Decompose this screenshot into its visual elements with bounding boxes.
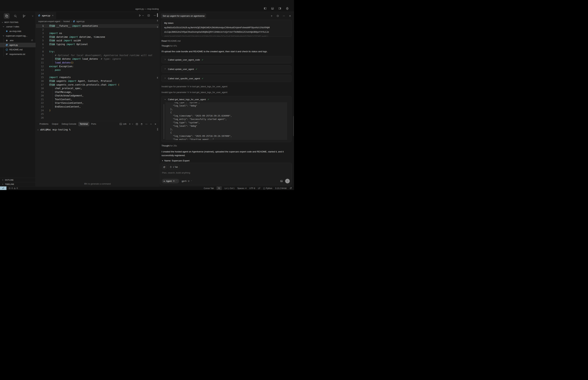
tool-call-logs-expanded[interactable]: Called get_latest_logs_for_user_agent ✓ … xyxy=(161,96,291,142)
chev-down-icon xyxy=(2,35,5,37)
line-number: 21 xyxy=(36,98,44,101)
zoom-magnifier-icon xyxy=(218,187,220,190)
sidebar-item-readme-md[interactable]: README.md xyxy=(0,47,36,52)
brain-icon xyxy=(188,180,190,182)
terminal-prompt: abhi@Mac mcp-testing % xyxy=(40,128,71,131)
sidebar-item-requirements-txt[interactable]: requirements.txt xyxy=(0,52,36,57)
workspace-header[interactable]: MCP-TESTING xyxy=(0,20,36,24)
kill-terminal-trash-icon[interactable] xyxy=(140,123,143,125)
sidebar-section-timeline[interactable]: TIMELINE xyxy=(0,182,36,186)
assistant-message: I created the hosted agent on Agentverse… xyxy=(161,150,291,157)
new-chat-plus-icon[interactable] xyxy=(270,15,273,17)
tab-close-icon[interactable] xyxy=(52,15,54,17)
cursor-tab-status[interactable]: Cursor Tab xyxy=(204,187,214,190)
code-line-19: 19 ChatMessage, xyxy=(36,90,159,94)
read-action-row[interactable]: Read README.md xyxy=(161,40,291,42)
sidebar-item-cursor-rules[interactable]: .cursor / rules xyxy=(0,24,36,29)
chat-composer[interactable]: @ 1 Tab Plan, search, build anything ∞ A… xyxy=(160,163,292,185)
terminal-shell-item[interactable]: zsh xyxy=(119,123,126,125)
breadcrumb-item[interactable]: supercars-expert-agent xyxy=(38,20,60,23)
context-chip-1-tab[interactable]: 1 Tab xyxy=(168,165,179,169)
line-number: 5 xyxy=(36,39,44,42)
tool-call-start-specific-user-agent[interactable]: Called start_specific_user_agent✓ xyxy=(161,75,291,82)
sidebar-section-outline[interactable]: OUTLINE xyxy=(0,178,36,182)
line-number: 24 xyxy=(36,109,44,113)
chat-scrollbar[interactable] xyxy=(293,116,294,136)
error-icon xyxy=(8,187,11,189)
thought-row[interactable]: Thought for 47s xyxy=(161,45,291,47)
log-scrollbar[interactable] xyxy=(164,104,164,139)
send-button[interactable]: ↑ xyxy=(285,179,290,183)
screen-reader-zoom-item[interactable] xyxy=(217,187,222,190)
remote-indicator[interactable] xyxy=(0,187,6,190)
code-line-8: 8try: xyxy=(36,50,159,54)
sidebar-item-agent-py[interactable]: agent.py xyxy=(0,43,36,47)
search-icon[interactable] xyxy=(12,13,18,19)
toggle-panel-icon[interactable] xyxy=(271,7,274,10)
problems-warnings[interactable]: 0 xyxy=(14,187,18,190)
listfile-icon xyxy=(5,53,8,56)
code-line-21: 21 TextContent, xyxy=(36,98,159,101)
panel-tab-debug-console[interactable]: Debug Console xyxy=(60,122,78,126)
panel-tab-terminal[interactable]: Terminal xyxy=(78,122,89,126)
split-terminal-icon[interactable] xyxy=(136,123,138,125)
tool-call-update-user-agent-code[interactable]: Called update_user_agent_code✓ xyxy=(161,56,291,63)
tool-call-update-user-agent[interactable]: Called update_user_agent✓ xyxy=(161,65,291,73)
code-line-26: 26 xyxy=(36,116,159,120)
gearfile-icon xyxy=(5,39,8,42)
panel-tab-output[interactable]: Output xyxy=(50,122,60,126)
panel-more-icon[interactable] xyxy=(145,123,148,125)
chat-history-icon[interactable] xyxy=(276,15,279,17)
tab-agent-py[interactable]: agent.py xyxy=(36,12,56,19)
panel-tab-ports[interactable]: Ports xyxy=(90,122,98,126)
line-number: 17 xyxy=(36,83,44,87)
log-line: "log_type": "system", xyxy=(168,121,287,124)
python-version[interactable]: 3.13.2 64-bit xyxy=(275,187,286,190)
mode-selector-agent[interactable]: ∞ Agent ⌘I ⌃ xyxy=(162,179,179,183)
views-chevron-down-icon[interactable] xyxy=(30,13,36,19)
chat-tab-title[interactable]: Set up uagent for supercars on agentvers… xyxy=(161,13,206,18)
new-terminal-plus-icon[interactable] xyxy=(129,123,131,125)
close-panel-icon[interactable] xyxy=(154,123,156,125)
cursor-position[interactable]: Ln 1, Col 1 xyxy=(225,187,234,190)
panel-tab-problems[interactable]: Problems xyxy=(38,122,50,126)
problems-errors[interactable]: 0 xyxy=(8,187,13,190)
explorer-files-icon[interactable] xyxy=(4,13,10,19)
encoding[interactable]: UTF-8 xyxy=(249,187,255,190)
thought-duration: for 47s xyxy=(170,45,177,47)
notifications-bell-icon[interactable] xyxy=(289,187,292,190)
sidebar-item-av-mcp-mdc[interactable]: av-mcp.mdc xyxy=(0,29,36,34)
sidebar-explorer: MCP-TESTING .cursor / rulesav-mcp.mdcsup… xyxy=(0,12,36,186)
indentation[interactable]: Spaces: 4 xyxy=(237,187,246,190)
source-control-icon[interactable] xyxy=(21,13,27,19)
run-dropdown-chevron-icon[interactable] xyxy=(142,15,144,17)
chevron-down-icon[interactable] xyxy=(164,98,166,100)
thought-row[interactable]: Thought for 25s xyxy=(161,144,291,147)
add-context-at-button[interactable]: @ xyxy=(162,165,167,169)
chevron-up-icon: ⌃ xyxy=(176,180,177,182)
tree-indent-guide xyxy=(3,38,4,57)
language-mode[interactable]: { } Python xyxy=(263,187,272,190)
run-play-icon[interactable] xyxy=(138,14,141,17)
split-editor-icon[interactable] xyxy=(147,14,150,17)
chevron-down-icon xyxy=(1,21,3,23)
attach-image-icon[interactable] xyxy=(280,180,283,183)
composer-input[interactable]: Plan, search, build anything xyxy=(162,171,290,174)
maximize-panel-chevron-icon[interactable] xyxy=(150,123,152,125)
chat-more-icon[interactable] xyxy=(283,15,285,17)
breadcrumb-item[interactable]: hosted xyxy=(63,20,70,23)
toggle-left-sidebar-icon[interactable] xyxy=(264,7,266,10)
sidebar-item-supercars-expert-ag[interactable]: supercars-expert-ag... xyxy=(0,34,36,38)
close-chat-icon[interactable] xyxy=(289,15,291,17)
chat-conversation: My token eyJhbGciOiJSUzI1NiJ9.eyJleHAiOj… xyxy=(161,20,291,162)
code-editor[interactable]: 1from __future__ import annotations23imp… xyxy=(36,24,159,120)
code-line-7: 7 xyxy=(36,46,159,50)
breadcrumb-item[interactable]: agent.py xyxy=(76,20,85,23)
model-selector[interactable]: gpt-5 ⌃ xyxy=(182,180,192,182)
toggle-right-sidebar-icon[interactable] xyxy=(278,7,281,10)
terminal-dropdown-chevron-icon[interactable] xyxy=(132,123,133,125)
sidebar-item-env[interactable]: .env xyxy=(0,38,36,43)
settings-gear-icon[interactable] xyxy=(286,7,289,10)
terminal-cmdk-hint: ⌘K to generate a command xyxy=(36,183,159,185)
eol-sequence[interactable]: LF xyxy=(258,187,260,190)
